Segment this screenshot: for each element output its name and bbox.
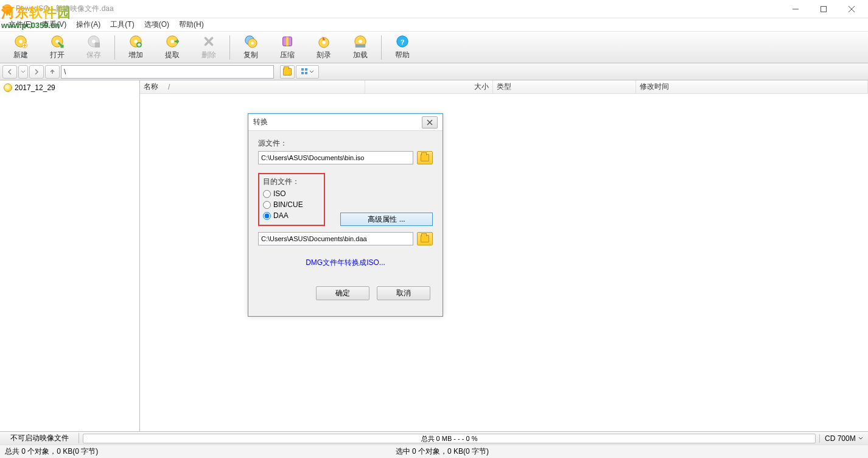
boot-status-label: 不可启动映像文件 xyxy=(0,433,79,443)
svg-rect-31 xyxy=(301,72,304,74)
convert-dialog: 转换 源文件： 目的文件： ISO BIN/CUE DAA 高级属性 ... D… xyxy=(248,113,443,317)
open-icon xyxy=(50,34,65,49)
add-label: 增加 xyxy=(128,50,143,60)
disc-icon xyxy=(4,83,12,92)
close-button[interactable] xyxy=(838,0,866,18)
progress-text: 总共 0 MB - - - 0 % xyxy=(421,434,478,443)
col-size[interactable]: 大小 xyxy=(365,80,493,93)
burn-label: 刻录 xyxy=(317,50,331,60)
folder-icon xyxy=(421,235,429,242)
compress-button[interactable]: 压缩 xyxy=(269,33,306,62)
app-icon xyxy=(2,4,12,14)
menu-options[interactable]: 选项(O) xyxy=(139,18,174,31)
add-icon xyxy=(128,34,143,49)
svg-point-13 xyxy=(134,40,138,43)
new-button[interactable]: 新建 xyxy=(2,33,39,62)
mount-label: 加载 xyxy=(353,50,368,60)
copy-icon xyxy=(243,34,258,49)
svg-point-10 xyxy=(92,40,96,43)
close-icon xyxy=(427,119,433,125)
source-file-label: 源文件： xyxy=(258,138,433,149)
svg-point-19 xyxy=(251,41,254,44)
svg-rect-30 xyxy=(305,68,307,71)
compress-label: 压缩 xyxy=(280,50,295,60)
status-bar-progress: 不可启动映像文件 总共 0 MB - - - 0 % CD 700M xyxy=(0,431,868,445)
folder-icon xyxy=(283,68,292,76)
toolbar-separator-3 xyxy=(381,35,382,60)
open-label: 打开 xyxy=(50,50,65,60)
svg-rect-1 xyxy=(821,6,827,12)
cancel-button[interactable]: 取消 xyxy=(377,286,430,300)
nav-back-button[interactable] xyxy=(2,65,17,79)
mount-icon xyxy=(353,34,368,49)
delete-label: 删除 xyxy=(201,50,216,60)
dest-file-label: 目的文件： xyxy=(263,177,320,187)
ok-button[interactable]: 确定 xyxy=(316,286,369,300)
new-label: 新建 xyxy=(13,50,28,60)
delete-icon xyxy=(201,34,216,49)
svg-point-16 xyxy=(170,40,174,43)
mount-button[interactable]: 加载 xyxy=(342,33,379,62)
chevron-down-icon xyxy=(858,436,863,441)
size-progress-bar: 总共 0 MB - - - 0 % xyxy=(83,434,816,443)
extract-icon xyxy=(165,34,180,49)
col-modified[interactable]: 修改时间 xyxy=(636,80,868,93)
burn-icon xyxy=(317,34,331,49)
copy-button[interactable]: 复制 xyxy=(233,33,269,62)
tree-root-label: 2017_12_29 xyxy=(15,83,55,92)
compress-icon xyxy=(280,34,295,49)
toolbar-separator-1 xyxy=(114,35,115,60)
add-button[interactable]: 增加 xyxy=(117,33,154,62)
nav-back-dropdown[interactable] xyxy=(18,65,28,79)
radio-iso[interactable]: ISO xyxy=(263,188,320,199)
delete-button[interactable]: 删除 xyxy=(191,33,227,62)
path-input[interactable] xyxy=(61,65,274,79)
svg-point-23 xyxy=(322,41,326,44)
extract-button[interactable]: 提取 xyxy=(154,33,191,62)
view-mode-button[interactable] xyxy=(296,65,319,79)
maximize-button[interactable] xyxy=(810,0,838,18)
svg-rect-26 xyxy=(355,44,366,48)
advanced-properties-button[interactable]: 高级属性 ... xyxy=(340,213,433,226)
extract-label: 提取 xyxy=(165,50,180,60)
help-label: 帮助 xyxy=(395,50,410,60)
toolbar-separator-2 xyxy=(229,35,230,60)
col-name[interactable]: 名称 / xyxy=(140,80,365,93)
open-button[interactable]: 打开 xyxy=(39,33,75,62)
selected-objects-label: 选中 0 个对象，0 KB(0 字节) xyxy=(391,446,494,457)
nav-forward-button[interactable] xyxy=(29,65,44,79)
minimize-button[interactable] xyxy=(782,0,810,18)
folder-button[interactable] xyxy=(280,65,295,79)
titlebar: PowerISO - 新建映像文件.daa xyxy=(0,0,868,18)
col-type[interactable]: 类型 xyxy=(493,80,636,93)
dialog-close-button[interactable] xyxy=(422,116,438,129)
menu-view[interactable]: 查看(V) xyxy=(37,18,71,31)
nav-up-button[interactable] xyxy=(45,65,60,79)
svg-rect-29 xyxy=(301,68,304,71)
dialog-titlebar[interactable]: 转换 xyxy=(248,114,443,131)
burn-button[interactable]: 刻录 xyxy=(306,33,342,62)
help-button[interactable]: ? 帮助 xyxy=(384,33,421,62)
dmg-to-iso-link[interactable]: DMG文件年转换成ISO... xyxy=(258,258,433,268)
list-header: 名称 / 大小 类型 修改时间 xyxy=(140,80,868,94)
chevron-down-icon xyxy=(309,69,314,74)
svg-point-5 xyxy=(19,40,23,43)
grid-icon xyxy=(301,68,309,76)
menu-action[interactable]: 操作(A) xyxy=(71,18,105,31)
svg-rect-11 xyxy=(95,43,100,48)
dest-browse-button[interactable] xyxy=(417,232,433,245)
toolbar: 新建 打开 保存 增加 提取 删除 复制 压缩 刻录 加载 ? 帮助 xyxy=(0,32,868,63)
sidebar-tree[interactable]: 2017_12_29 xyxy=(0,80,140,431)
tree-root-item[interactable]: 2017_12_29 xyxy=(2,83,137,93)
source-file-input[interactable] xyxy=(258,151,413,164)
save-button[interactable]: 保存 xyxy=(75,33,112,62)
window-title: PowerISO - 新建映像文件.daa xyxy=(16,4,782,14)
menu-file[interactable]: 文件(F) xyxy=(4,18,37,31)
menu-tools[interactable]: 工具(T) xyxy=(105,18,139,31)
menu-help[interactable]: 帮助(H) xyxy=(174,18,209,31)
svg-point-25 xyxy=(359,40,362,43)
disc-capacity-selector[interactable]: CD 700M xyxy=(819,434,868,443)
dest-file-input[interactable] xyxy=(258,232,413,245)
source-browse-button[interactable] xyxy=(417,151,433,164)
radio-bincue[interactable]: BIN/CUE xyxy=(263,199,320,210)
